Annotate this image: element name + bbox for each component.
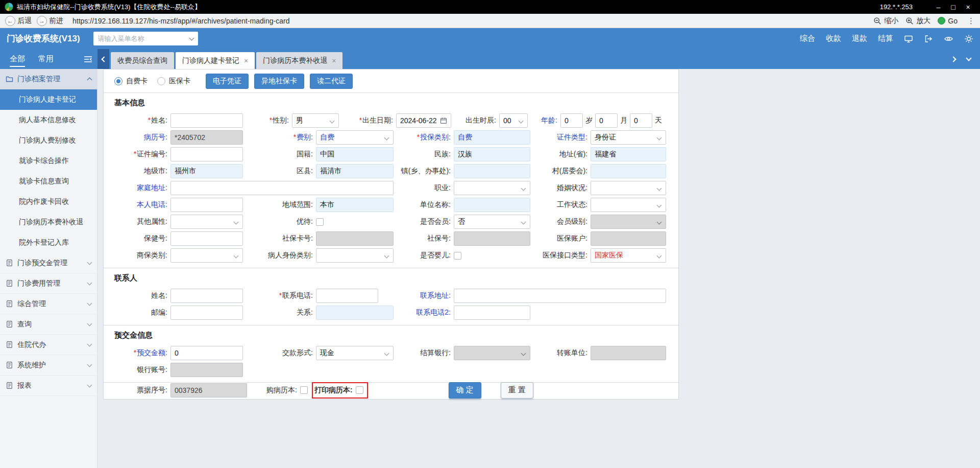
contact-name-input[interactable]: [170, 289, 243, 303]
prepay-amount-input[interactable]: [170, 346, 243, 360]
address-url[interactable]: https://192.168.119.127/his-mzsf/app/#/a…: [72, 17, 289, 25]
personal-phone-input[interactable]: [170, 198, 243, 212]
id-type-select[interactable]: 身份证: [591, 130, 666, 145]
forward-icon[interactable]: →: [37, 16, 47, 26]
card-action-buttons: 电子凭证异地社保卡读二代证: [200, 74, 353, 89]
tabbar-actions: [942, 49, 980, 69]
tab-label: 门诊病历本费补收退: [263, 56, 327, 65]
print-book-checkbox[interactable]: [356, 386, 363, 394]
menu-search[interactable]: [93, 32, 198, 45]
more-menu-icon[interactable]: ⋮: [967, 16, 975, 26]
contact-phone2-input[interactable]: [454, 306, 530, 320]
read-id-card-button[interactable]: 读二代证: [310, 74, 353, 89]
marital-status-select[interactable]: [591, 181, 666, 195]
contact-address-input[interactable]: [454, 289, 666, 303]
sidebar-section-label: 门诊档案管理: [17, 75, 60, 84]
is-member-select[interactable]: 否: [454, 215, 530, 229]
work-status-label: 工作状态:: [530, 200, 591, 209]
back-icon[interactable]: ←: [5, 16, 15, 26]
home-address-label: 家庭地址:: [114, 183, 170, 193]
tab-record-book-fee[interactable]: 门诊病历本费补收退×: [256, 52, 342, 69]
eye-icon[interactable]: [944, 34, 953, 43]
refund-button[interactable]: 退款: [852, 34, 867, 43]
patient-identity-select[interactable]: [316, 248, 394, 263]
receive-payment-button[interactable]: 收款: [826, 34, 841, 43]
go-label[interactable]: Go: [948, 17, 958, 25]
forward-label[interactable]: 前进: [49, 16, 63, 26]
app-title: 门诊收费系统(V13): [7, 33, 80, 44]
zoom-in-icon[interactable]: [905, 17, 914, 25]
settings-icon[interactable]: [964, 34, 973, 43]
close-tab-icon[interactable]: ×: [244, 57, 248, 65]
confirm-button[interactable]: 确 定: [449, 382, 481, 399]
zoom-out-icon[interactable]: [873, 17, 881, 25]
sidebar-section-query[interactable]: 查询: [0, 314, 97, 335]
sidebar-section-archives[interactable]: 门诊档案管理: [0, 69, 97, 89]
electronic-voucher-button[interactable]: 电子凭证: [206, 74, 249, 89]
sidebar-item-patient-info-edit[interactable]: 病人基本信息修改: [0, 110, 97, 130]
age-days-input[interactable]: [630, 113, 652, 128]
health-care-no-input[interactable]: [170, 231, 243, 246]
sidebar-item-visit-card-query[interactable]: 就诊卡信息查询: [0, 171, 97, 192]
form-row: 商保类别:病人身份类别:是否婴儿:医保接口类型:国家医保: [114, 248, 668, 263]
fee-type-select[interactable]: 自费: [316, 130, 394, 145]
other-attribute-select[interactable]: [170, 215, 243, 229]
preferential-checkbox[interactable]: [316, 218, 324, 226]
medical-insurance-card-radio[interactable]: 医保卡: [157, 77, 190, 86]
remote-social-security-card-button[interactable]: 异地社保卡: [254, 74, 304, 89]
sidebar-section-fee-management[interactable]: 门诊费用管理: [0, 273, 97, 294]
back-label[interactable]: 后退: [17, 16, 32, 26]
sidebar-tab-frequent[interactable]: 常用: [32, 49, 60, 69]
browser-actions: 缩小 放大 Go ⋮: [873, 16, 975, 26]
work-status-select[interactable]: [591, 198, 666, 212]
sidebar-item-record-book-fee[interactable]: 门诊病历本费补收退: [0, 212, 97, 232]
sidebar-section-comprehensive-management[interactable]: 综合管理: [0, 294, 97, 314]
birth-date-input[interactable]: 2024-06-22: [396, 113, 451, 128]
name-input[interactable]: [170, 113, 243, 128]
postcode-input[interactable]: [170, 306, 243, 320]
birth-hour-select[interactable]: 00: [499, 113, 528, 128]
menu-collapse-icon[interactable]: [84, 56, 92, 63]
maximize-button[interactable]: □: [946, 3, 961, 11]
sidebar-item-external-card-register[interactable]: 院外卡登记入库: [0, 232, 97, 253]
tab-cashier-comprehensive-query[interactable]: 收费员综合查询: [111, 52, 174, 69]
close-button[interactable]: ×: [961, 3, 975, 11]
sidebar-item-void-card-recycle[interactable]: 院内作废卡回收: [0, 192, 97, 212]
id-number-input[interactable]: [170, 147, 243, 161]
self-pay-card-radio[interactable]: 自费卡: [114, 77, 148, 86]
contact-phone-input[interactable]: [316, 289, 378, 303]
logout-icon[interactable]: [924, 34, 933, 43]
zoom-in-label[interactable]: 放大: [916, 16, 930, 26]
minimize-button[interactable]: –: [931, 3, 946, 11]
commercial-insurance-select[interactable]: [170, 248, 243, 263]
reset-button[interactable]: 重 置: [501, 382, 533, 399]
sidebar-item-patient-card-register[interactable]: 门诊病人建卡登记: [0, 89, 97, 110]
sidebar-collapse-button[interactable]: [97, 49, 109, 69]
age-label: 年龄:: [528, 116, 560, 125]
buy-book-checkbox[interactable]: [300, 386, 308, 394]
sidebar-section-reports[interactable]: 报表: [0, 376, 97, 396]
occupation-select[interactable]: [454, 181, 530, 195]
insurance-interface-select[interactable]: 国家医保: [591, 248, 666, 263]
home-address-input[interactable]: [170, 181, 394, 195]
sidebar-item-fee-type-edit[interactable]: 门诊病人费别修改: [0, 130, 97, 151]
composite-button[interactable]: 综合: [800, 34, 815, 43]
tab-patient-card-register[interactable]: 门诊病人建卡登记×: [176, 52, 255, 69]
sidebar-item-visit-card-operate[interactable]: 就诊卡综合操作: [0, 151, 97, 171]
scroll-tabs-right-icon[interactable]: [950, 56, 956, 62]
menu-search-input[interactable]: [93, 32, 198, 45]
is-infant-checkbox[interactable]: [454, 252, 461, 260]
age-months-input[interactable]: [595, 113, 618, 128]
tab-list-icon[interactable]: [966, 55, 971, 61]
close-tab-icon[interactable]: ×: [332, 57, 336, 65]
settlement-button[interactable]: 结算: [878, 34, 893, 43]
gender-select[interactable]: 男: [292, 113, 339, 128]
sidebar-section-prepayment-management[interactable]: 门诊预交金管理: [0, 253, 97, 273]
sidebar-section-system-maintenance[interactable]: 系统维护: [0, 355, 97, 376]
payment-method-select[interactable]: 现金: [316, 346, 394, 360]
zoom-out-label[interactable]: 缩小: [884, 16, 898, 26]
age-years-input[interactable]: [560, 113, 583, 128]
sidebar-section-inpatient-agency[interactable]: 住院代办: [0, 335, 97, 355]
sidebar-tab-all[interactable]: 全部: [3, 49, 32, 69]
screen-icon[interactable]: [904, 34, 913, 43]
